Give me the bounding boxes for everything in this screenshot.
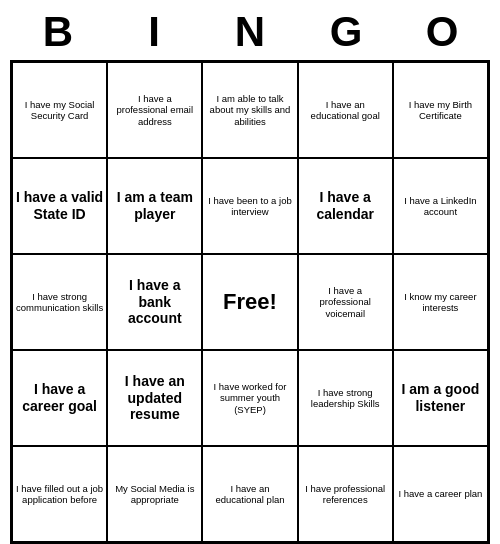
bingo-cell-8[interactable]: I have a calendar — [298, 158, 393, 254]
bingo-cell-14[interactable]: I know my career interests — [393, 254, 488, 350]
bingo-cell-12[interactable]: Free! — [202, 254, 297, 350]
bingo-grid: I have my Social Security CardI have a p… — [10, 60, 490, 544]
bingo-cell-10[interactable]: I have strong communication skills — [12, 254, 107, 350]
bingo-cell-9[interactable]: I have a LinkedIn account — [393, 158, 488, 254]
title-g: G — [306, 8, 386, 56]
bingo-cell-23[interactable]: I have professional references — [298, 446, 393, 542]
title-i: I — [114, 8, 194, 56]
bingo-cell-11[interactable]: I have a bank account — [107, 254, 202, 350]
bingo-cell-3[interactable]: I have an educational goal — [298, 62, 393, 158]
bingo-cell-21[interactable]: My Social Media is appropriate — [107, 446, 202, 542]
bingo-cell-1[interactable]: I have a professional email address — [107, 62, 202, 158]
bingo-cell-22[interactable]: I have an educational plan — [202, 446, 297, 542]
bingo-cell-13[interactable]: I have a professional voicemail — [298, 254, 393, 350]
bingo-cell-15[interactable]: I have a career goal — [12, 350, 107, 446]
bingo-cell-17[interactable]: I have worked for summer youth (SYEP) — [202, 350, 297, 446]
bingo-cell-4[interactable]: I have my Birth Certificate — [393, 62, 488, 158]
bingo-cell-2[interactable]: I am able to talk about my skills and ab… — [202, 62, 297, 158]
bingo-cell-19[interactable]: I am a good listener — [393, 350, 488, 446]
bingo-cell-0[interactable]: I have my Social Security Card — [12, 62, 107, 158]
bingo-cell-18[interactable]: I have strong leadership Skills — [298, 350, 393, 446]
bingo-cell-24[interactable]: I have a career plan — [393, 446, 488, 542]
bingo-cell-7[interactable]: I have been to a job interview — [202, 158, 297, 254]
title-o: O — [402, 8, 482, 56]
bingo-cell-5[interactable]: I have a valid State ID — [12, 158, 107, 254]
bingo-title: B I N G O — [10, 0, 490, 60]
bingo-cell-20[interactable]: I have filled out a job application befo… — [12, 446, 107, 542]
title-b: B — [18, 8, 98, 56]
bingo-cell-6[interactable]: I am a team player — [107, 158, 202, 254]
bingo-cell-16[interactable]: I have an updated resume — [107, 350, 202, 446]
title-n: N — [210, 8, 290, 56]
